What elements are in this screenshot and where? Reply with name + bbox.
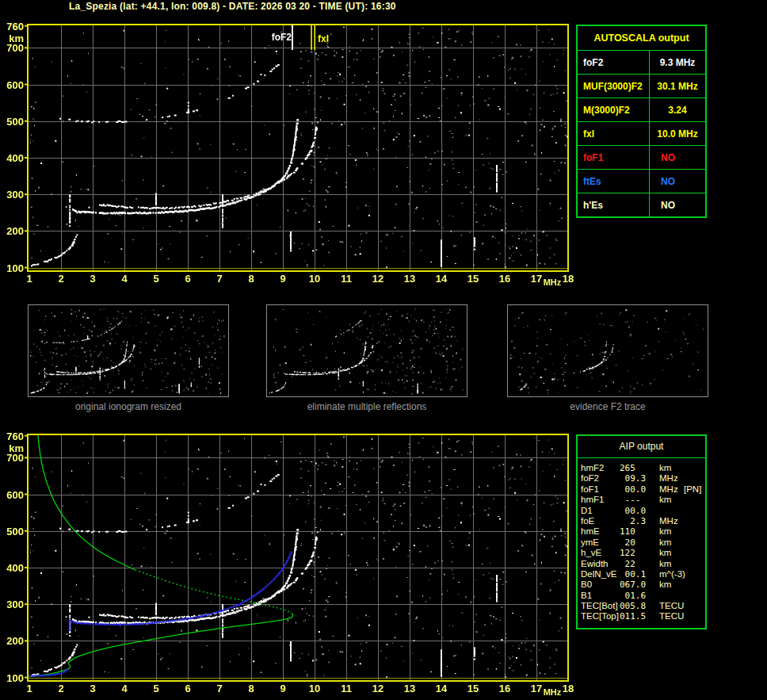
- x-tick-label: 2: [52, 273, 70, 285]
- aip-row-label: Ewidth: [581, 559, 620, 569]
- autoscala-row-value: NO: [650, 170, 705, 193]
- aip-row-unit: MHz: [659, 516, 684, 526]
- aip-row-unit: km: [659, 537, 684, 548]
- aip-table-row: TEC[Bot]005.8TECU: [581, 601, 705, 611]
- aip-row-label: hmF2: [581, 463, 620, 473]
- x-tick-label: 3: [84, 273, 101, 285]
- autoscala-row-label: fxI: [578, 122, 650, 145]
- aip-row-label: foF1: [581, 484, 620, 495]
- x-axis-unit-label: MHz: [541, 277, 563, 287]
- y-tick-label: 600: [0, 79, 24, 91]
- autoscala-row-value: 30.1 MHz: [650, 75, 705, 98]
- aip-table-row: B0067.0km: [581, 580, 705, 590]
- aip-table-row: TEC[Top]011.5TECU: [581, 611, 705, 622]
- x-tick-label: 11: [338, 273, 355, 285]
- aip-table-row: B1 01.6: [581, 591, 705, 601]
- x-axis-unit-label: MHz: [541, 687, 563, 697]
- top-ionogram-canvas: [25, 21, 571, 275]
- aip-output-table: AIP output hmF2265kmfoF2 09.3MHzfoF1 00.…: [576, 434, 707, 629]
- aip-row-label: B1: [581, 591, 620, 601]
- aip-row-value: 011.5: [620, 611, 659, 622]
- x-tick-label: 5: [147, 273, 165, 285]
- y-tick-label: 300: [0, 189, 24, 201]
- aip-table-row: DelN_vE 00.1m^(-3): [581, 569, 705, 580]
- aip-row-label: ymE: [581, 537, 620, 548]
- autoscala-table-row: M(3000)F23.24: [578, 98, 705, 122]
- aip-table-row: h_vE122km: [581, 548, 705, 558]
- aip-row-label: hmF1: [581, 495, 620, 505]
- autoscala-row-value: NO: [650, 146, 705, 169]
- aip-row-unit: TECU: [659, 611, 684, 622]
- x-tick-label: 1: [21, 683, 38, 694]
- aip-row-unit: km: [659, 580, 684, 590]
- x-tick-label: 15: [464, 683, 482, 694]
- aip-row-value: ---: [620, 495, 659, 505]
- y-axis-unit-label: km: [0, 33, 24, 44]
- aip-table-row: hmE110km: [581, 526, 705, 537]
- autoscala-table-row: ftEsNO: [578, 170, 705, 193]
- x-tick-label: 8: [242, 683, 260, 694]
- x-tick-label: 2: [52, 683, 70, 694]
- x-tick-label: 16: [496, 683, 513, 694]
- aip-row-label: h_vE: [581, 548, 620, 558]
- thumbnail-caption-original: original ionogram resized: [28, 401, 229, 412]
- aip-table-row: ymE 20km: [581, 537, 705, 548]
- aip-row-value: 01.6: [620, 591, 659, 601]
- aip-table-rows: hmF2265kmfoF2 09.3MHzfoF1 00.0MHz[PN]hmF…: [578, 458, 705, 622]
- y-tick-label: 300: [0, 599, 24, 610]
- x-tick-label: 16: [496, 273, 513, 285]
- aip-row-value: 20: [620, 537, 659, 548]
- autoscala-row-value: 3.24: [650, 98, 705, 121]
- y-axis-unit-label: km: [0, 442, 24, 454]
- aip-row-label: TEC[Top]: [581, 611, 620, 622]
- x-tick-label: 7: [211, 273, 228, 285]
- aip-row-value: 09.3: [620, 473, 659, 484]
- x-tick-label: 6: [179, 273, 197, 285]
- aip-row-unit: MHz: [659, 484, 684, 495]
- fxI-marker-label: fxI: [318, 33, 329, 44]
- aip-row-label: foE: [581, 516, 620, 526]
- x-tick-label: 8: [242, 273, 260, 285]
- x-tick-label: 5: [147, 683, 165, 694]
- y-tick-label: 760: [0, 430, 24, 442]
- x-tick-label: 1: [21, 273, 38, 285]
- autoscala-row-value: 9.3 MHz: [650, 51, 705, 74]
- x-tick-label: 12: [369, 683, 387, 694]
- x-tick-label: 4: [116, 683, 133, 694]
- x-tick-label: 9: [274, 683, 292, 694]
- y-tick-label: 400: [0, 562, 24, 574]
- aip-row-value: 00.0: [620, 484, 659, 495]
- y-tick-label: 100: [0, 672, 24, 684]
- x-tick-label: 10: [306, 683, 323, 694]
- autoscala-window: La_Spezia (lat: +44.1, lon: 009.8) - DAT…: [0, 0, 767, 700]
- aip-row-label: TEC[Bot]: [581, 601, 620, 611]
- autoscala-table-row: h'EsNO: [578, 193, 705, 216]
- thumbnail-caption-eliminate: eliminate multiple reflections: [266, 401, 467, 412]
- y-tick-label: 500: [0, 116, 24, 128]
- autoscala-row-value: NO: [650, 193, 705, 216]
- aip-row-note: [PN]: [684, 484, 701, 495]
- aip-table-row: foF1 00.0MHz[PN]: [581, 484, 705, 495]
- aip-row-label: hmE: [581, 526, 620, 537]
- bottom-ionogram-canvas: [25, 431, 571, 685]
- thumbnail-eliminate-reflections: [266, 304, 467, 397]
- y-tick-label: 600: [0, 489, 24, 501]
- aip-row-label: B0: [581, 580, 620, 590]
- aip-row-value: 265: [620, 463, 659, 473]
- aip-table-row: foE 2.3MHz: [581, 516, 705, 526]
- aip-row-value: 22: [620, 559, 659, 569]
- aip-row-label: D1: [581, 506, 620, 516]
- aip-table-row: foF2 09.3MHz: [581, 473, 705, 484]
- autoscala-row-label: foF1: [578, 146, 650, 169]
- x-tick-label: 6: [179, 683, 197, 694]
- x-tick-label: 9: [274, 273, 292, 285]
- aip-row-unit: km: [659, 548, 684, 558]
- page-title: La_Spezia (lat: +44.1, lon: 009.8) - DAT…: [69, 1, 396, 12]
- autoscala-row-label: foF2: [578, 51, 650, 74]
- y-tick-label: 500: [0, 526, 24, 537]
- aip-row-unit: m^(-3): [659, 569, 684, 580]
- aip-row-value: 2.3: [620, 516, 659, 526]
- autoscala-output-table: AUTOSCALA output foF29.3 MHzMUF(3000)F23…: [576, 25, 707, 218]
- aip-row-unit: MHz: [659, 473, 684, 484]
- aip-table-row: D1 00.0: [581, 506, 705, 516]
